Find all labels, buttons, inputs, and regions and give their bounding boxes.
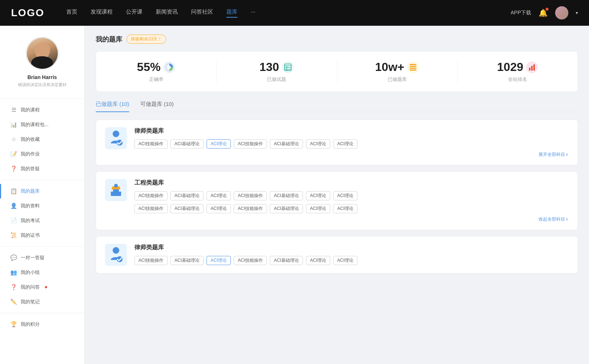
eng-tag-0[interactable]: ACI技能操作 — [134, 191, 167, 200]
sidebar-item-my-answers[interactable]: ❓ 我的问答 — [0, 280, 84, 295]
tag-2-selected[interactable]: ACI理论 — [207, 139, 231, 149]
stat-rank-top: 1029 — [465, 60, 570, 74]
svg-rect-16 — [113, 189, 119, 192]
group-icon: 👥 — [10, 269, 17, 276]
tab-available-banks[interactable]: 可做题库 (10) — [140, 101, 174, 112]
points-icon: 🏆 — [10, 321, 17, 328]
sidebar: Brian Harris 错误的决定比没有决定要好 ☰ 我的课程 📊 我的课程包… — [0, 26, 85, 364]
svg-rect-12 — [531, 66, 533, 71]
eng-tag2-6[interactable]: ACI理论 — [333, 204, 357, 213]
law2-tag-2-selected[interactable]: ACI理论 — [207, 256, 231, 265]
app-download-button[interactable]: APP下载 — [511, 10, 531, 16]
sidebar-profile: Brian Harris 错误的决定比没有决定要好 — [0, 37, 84, 95]
stat-banks-top: 10w+ — [345, 60, 450, 74]
qbank-icon-lawyer-1 — [105, 127, 127, 149]
nav-questionbank[interactable]: 题库 — [226, 8, 237, 18]
sidebar-item-one-on-one[interactable]: 💬 一对一答疑 — [0, 250, 84, 265]
law2-tag-6[interactable]: ACI理论 — [333, 256, 357, 265]
eng-tag-3[interactable]: ACI技能操作 — [234, 191, 267, 200]
tag-4[interactable]: ACI基础理论 — [270, 139, 303, 149]
eng-tag-5[interactable]: ACI理论 — [306, 191, 330, 200]
qbank-name-engineer: 工程类题库 — [134, 179, 569, 187]
answers-icon: ❓ — [10, 284, 17, 290]
tag-1[interactable]: ACI基础理论 — [170, 139, 204, 149]
law2-tag-4[interactable]: ACI基础理论 — [270, 256, 303, 265]
sidebar-label-my-answers: 我的问答 — [21, 284, 40, 290]
page-title: 我的题库 — [96, 35, 122, 44]
stat-done-banks: 10w+ 已做题库 — [337, 60, 458, 83]
questionbank-icon: 📋 — [10, 188, 17, 195]
eng-tag2-5[interactable]: ACI理论 — [306, 204, 330, 213]
qbank-tags-engineer-row2: ACI技能操作 ACI基础理论 ACI理论 ACI技能操作 ACI基础理论 AC… — [134, 204, 569, 213]
qbank-expand-lawyer-1[interactable]: 展开全部科目∨ — [134, 151, 569, 158]
tag-5[interactable]: ACI理论 — [306, 139, 330, 149]
law2-tag-1[interactable]: ACI基础理论 — [170, 256, 204, 265]
user-menu-arrow[interactable]: ▾ — [576, 10, 578, 15]
stat-rank-icon — [526, 61, 538, 73]
qbank-expand-engineer[interactable]: 收起全部科目∧ — [134, 216, 569, 222]
nav-home[interactable]: 首页 — [66, 8, 77, 18]
stats-row: 55% 正确率 130 — [96, 51, 578, 92]
courses-icon: ☰ — [10, 107, 17, 113]
sidebar-item-my-questions[interactable]: ❓ 我的答疑 — [0, 161, 84, 176]
profile-motto: 错误的决定比没有决定要好 — [7, 82, 77, 88]
tag-0[interactable]: ACI技能操作 — [134, 139, 167, 149]
tag-6[interactable]: ACI理论 — [333, 139, 357, 149]
eng-tag-1[interactable]: ACI基础理论 — [170, 191, 204, 200]
nav-qa[interactable]: 问答社区 — [191, 8, 213, 18]
svg-rect-10 — [410, 69, 416, 71]
tabs-row: 已做题库 (10) 可做题库 (10) — [96, 101, 578, 112]
stat-accuracy-value: 55% — [137, 60, 161, 74]
qbank-content-lawyer-2: 律师类题库 ACI技能操作 ACI基础理论 ACI理论 ACI技能操作 ACI基… — [134, 244, 569, 265]
eng-tag2-2[interactable]: ACI理论 — [207, 204, 231, 213]
law2-tag-5[interactable]: ACI理论 — [306, 256, 330, 265]
nav-links: 首页 发现课程 公开课 新闻资讯 问答社区 题库 ··· — [66, 8, 511, 18]
eng-tag2-4[interactable]: ACI基础理论 — [270, 204, 303, 213]
sidebar-item-my-homework[interactable]: 📝 我的作业 — [0, 147, 84, 161]
sidebar-item-my-favorites[interactable]: ☆ 我的收藏 — [0, 132, 84, 147]
eng-tag-4[interactable]: ACI基础理论 — [270, 191, 303, 200]
stat-accuracy-label: 正确率 — [103, 76, 209, 83]
qbank-icon-engineer — [105, 179, 127, 201]
main-content: 我的题库 体验剩余23天！ 55% 正确率 — [85, 26, 589, 364]
sidebar-item-my-courses[interactable]: ☰ 我的课程 — [0, 103, 84, 117]
sidebar-item-my-questionbank[interactable]: 📋 我的题库 — [0, 184, 84, 199]
sidebar-item-my-notes[interactable]: ✏️ 我的笔记 — [0, 295, 84, 309]
eng-tag-2[interactable]: ACI理论 — [207, 191, 231, 200]
eng-tag2-1[interactable]: ACI基础理论 — [170, 204, 204, 213]
sidebar-label-my-favorites: 我的收藏 — [21, 136, 40, 143]
stat-done-icon — [282, 61, 294, 73]
one-on-one-icon: 💬 — [10, 254, 17, 261]
sidebar-item-my-certs[interactable]: 📜 我的证书 — [0, 228, 84, 243]
sidebar-item-my-profile[interactable]: 👤 我的资料 — [0, 199, 84, 213]
tab-done-banks[interactable]: 已做题库 (10) — [96, 101, 129, 112]
nav-more[interactable]: ··· — [251, 8, 255, 18]
stat-rank-label: 全站排名 — [465, 76, 570, 83]
bar-chart-icon — [528, 63, 536, 71]
sidebar-item-my-points[interactable]: 🏆 我的积分 — [0, 317, 84, 332]
lawyer-icon-svg-2 — [107, 246, 125, 264]
qbank-card-lawyer-2: 律师类题库 ACI技能操作 ACI基础理论 ACI理论 ACI技能操作 ACI基… — [96, 236, 578, 274]
sidebar-item-my-exams[interactable]: 📄 我的考试 — [0, 213, 84, 228]
eng-tag2-0[interactable]: ACI技能操作 — [134, 204, 167, 213]
nav-news[interactable]: 新闻资讯 — [156, 8, 178, 18]
sidebar-item-my-group[interactable]: 👥 我的小组 — [0, 265, 84, 280]
law2-tag-0[interactable]: ACI技能操作 — [134, 256, 167, 265]
stat-done-label: 已做试题 — [224, 76, 329, 83]
qbank-name-lawyer-2: 律师类题库 — [134, 244, 569, 251]
table-icon-svg — [284, 63, 292, 71]
nav-opencourse[interactable]: 公开课 — [126, 8, 142, 18]
eng-tag2-3[interactable]: ACI技能操作 — [234, 204, 267, 213]
user-avatar[interactable] — [555, 6, 568, 19]
eng-tag-6[interactable]: ACI理论 — [333, 191, 357, 200]
tag-3[interactable]: ACI技能操作 — [234, 139, 267, 149]
logo: LOGO — [11, 7, 44, 19]
law2-tag-3[interactable]: ACI技能操作 — [234, 256, 267, 265]
nav-discover[interactable]: 发现课程 — [91, 8, 113, 18]
qbank-header-lawyer-2: 律师类题库 ACI技能操作 ACI基础理论 ACI理论 ACI技能操作 ACI基… — [105, 244, 569, 266]
notification-bell[interactable]: 🔔 — [539, 8, 548, 17]
sidebar-item-my-packages[interactable]: 📊 我的课程包... — [0, 117, 84, 132]
sidebar-label-my-notes: 我的笔记 — [21, 299, 40, 305]
page-header: 我的题库 体验剩余23天！ — [96, 35, 578, 44]
stat-accuracy-icon — [163, 61, 175, 73]
